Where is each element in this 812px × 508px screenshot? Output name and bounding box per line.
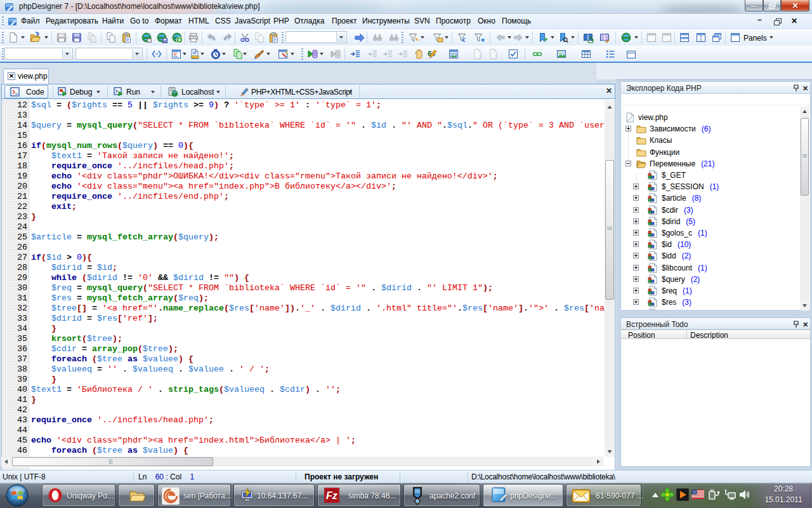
svg-text:Fz: Fz xyxy=(326,490,337,501)
